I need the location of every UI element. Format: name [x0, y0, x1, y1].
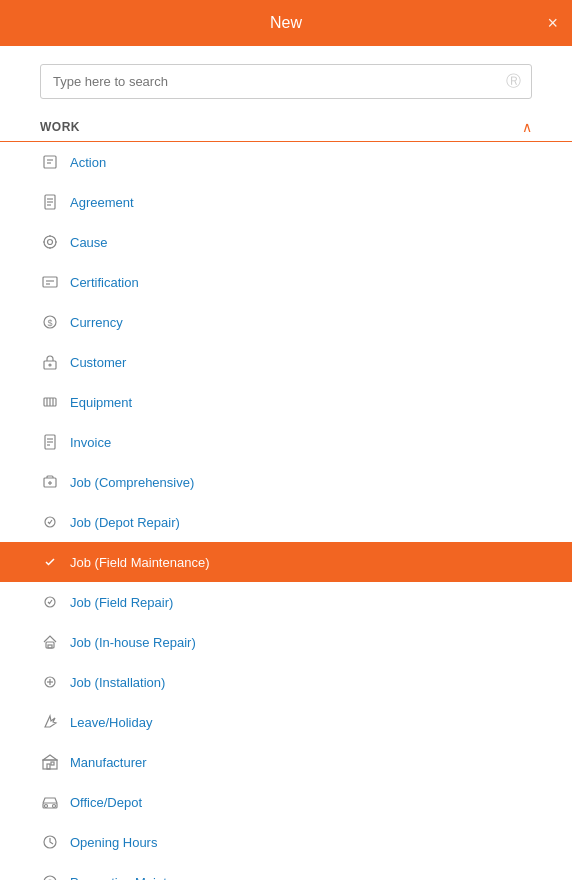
- agreement-icon: [40, 192, 60, 212]
- certification-label: Certification: [70, 275, 139, 290]
- svg-point-43: [45, 805, 48, 808]
- section-header: WORK ∧: [0, 111, 572, 142]
- office-depot-icon: [40, 792, 60, 812]
- job-field-maintenance-icon: [40, 552, 60, 572]
- svg-marker-39: [43, 755, 57, 760]
- list-item-job-inhouse-repair[interactable]: Job (In-house Repair): [0, 622, 572, 662]
- cause-icon: [40, 232, 60, 252]
- close-button[interactable]: ×: [547, 14, 558, 32]
- job-inhouse-repair-icon: [40, 632, 60, 652]
- svg-point-44: [53, 805, 56, 808]
- modal-title: New: [270, 14, 302, 32]
- list-container: ActionAgreementCauseCertification$Curren…: [0, 142, 572, 880]
- list-item-preventive-maintenance[interactable]: Preventive Maintenance: [0, 862, 572, 880]
- list-item-equipment[interactable]: Equipment: [0, 382, 572, 422]
- svg-rect-18: [44, 361, 56, 369]
- opening-hours-label: Opening Hours: [70, 835, 157, 850]
- list-item-currency[interactable]: $Currency: [0, 302, 572, 342]
- modal-header: New ×: [0, 0, 572, 46]
- job-depot-repair-icon: [40, 512, 60, 532]
- svg-rect-13: [43, 277, 57, 287]
- job-comprehensive-label: Job (Comprehensive): [70, 475, 194, 490]
- section-label: WORK: [40, 120, 80, 134]
- preventive-maintenance-label: Preventive Maintenance: [70, 875, 209, 881]
- list-item-job-installation[interactable]: Job (Installation): [0, 662, 572, 702]
- svg-rect-34: [48, 645, 52, 648]
- list-item-leave-holiday[interactable]: Leave/Holiday: [0, 702, 572, 742]
- customer-label: Customer: [70, 355, 126, 370]
- svg-text:$: $: [48, 318, 53, 328]
- list-item-cause[interactable]: Cause: [0, 222, 572, 262]
- list-item-action[interactable]: Action: [0, 142, 572, 182]
- customer-icon: [40, 352, 60, 372]
- manufacturer-icon: [40, 752, 60, 772]
- invoice-label: Invoice: [70, 435, 111, 450]
- list-item-job-field-repair[interactable]: Job (Field Repair): [0, 582, 572, 622]
- office-depot-label: Office/Depot: [70, 795, 142, 810]
- leave-holiday-icon: [40, 712, 60, 732]
- list-item-office-depot[interactable]: Office/Depot: [0, 782, 572, 822]
- list-item-opening-hours[interactable]: Opening Hours: [0, 822, 572, 862]
- list-item-agreement[interactable]: Agreement: [0, 182, 572, 222]
- job-installation-icon: [40, 672, 60, 692]
- chevron-up-icon[interactable]: ∧: [522, 119, 532, 135]
- job-inhouse-repair-label: Job (In-house Repair): [70, 635, 196, 650]
- job-depot-repair-label: Job (Depot Repair): [70, 515, 180, 530]
- leave-holiday-label: Leave/Holiday: [70, 715, 152, 730]
- list-item-certification[interactable]: Certification: [0, 262, 572, 302]
- search-area: Ⓡ: [0, 46, 572, 111]
- list-item-invoice[interactable]: Invoice: [0, 422, 572, 462]
- opening-hours-icon: [40, 832, 60, 852]
- action-icon: [40, 152, 60, 172]
- modal-container: New × Ⓡ WORK ∧ ActionAgreementCauseCerti…: [0, 0, 572, 880]
- equipment-label: Equipment: [70, 395, 132, 410]
- search-wrapper: Ⓡ: [40, 64, 532, 99]
- job-field-repair-label: Job (Field Repair): [70, 595, 173, 610]
- svg-rect-0: [44, 156, 56, 168]
- svg-point-8: [48, 240, 53, 245]
- search-clear-icon[interactable]: Ⓡ: [506, 72, 521, 91]
- search-input[interactable]: [41, 65, 531, 98]
- agreement-label: Agreement: [70, 195, 134, 210]
- action-label: Action: [70, 155, 106, 170]
- list-item-job-comprehensive[interactable]: Job (Comprehensive): [0, 462, 572, 502]
- svg-point-19: [49, 364, 51, 366]
- currency-icon: $: [40, 312, 60, 332]
- equipment-icon: [40, 392, 60, 412]
- list-item-job-depot-repair[interactable]: Job (Depot Repair): [0, 502, 572, 542]
- currency-label: Currency: [70, 315, 123, 330]
- invoice-icon: [40, 432, 60, 452]
- list-item-manufacturer[interactable]: Manufacturer: [0, 742, 572, 782]
- list-item-customer[interactable]: Customer: [0, 342, 572, 382]
- job-field-repair-icon: [40, 592, 60, 612]
- svg-rect-40: [47, 764, 50, 769]
- cause-label: Cause: [70, 235, 108, 250]
- job-field-maintenance-label: Job (Field Maintenance): [70, 555, 209, 570]
- manufacturer-label: Manufacturer: [70, 755, 147, 770]
- svg-point-7: [44, 236, 56, 248]
- list-item-job-field-maintenance[interactable]: Job (Field Maintenance): [0, 542, 572, 582]
- job-comprehensive-icon: [40, 472, 60, 492]
- svg-rect-41: [51, 762, 54, 765]
- job-installation-label: Job (Installation): [70, 675, 165, 690]
- preventive-maintenance-icon: [40, 872, 60, 880]
- certification-icon: [40, 272, 60, 292]
